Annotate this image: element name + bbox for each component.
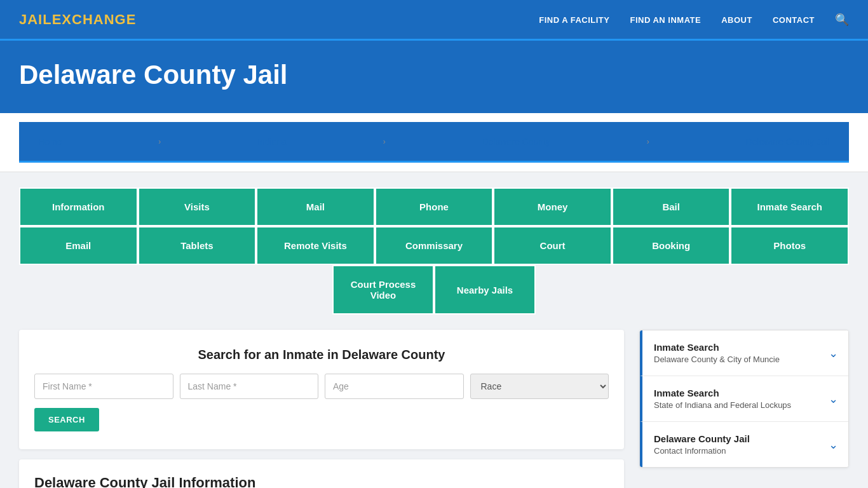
- sidebar-item-title-3: Delaware County Jail: [654, 433, 750, 444]
- btn-remote-visits[interactable]: Remote Visits: [256, 226, 375, 265]
- btn-nearby-jails[interactable]: Nearby Jails: [434, 265, 536, 315]
- btn-visits[interactable]: Visits: [138, 187, 257, 226]
- search-fields: Race White Black Hispanic Asian Other: [34, 374, 609, 399]
- sidebar-item-text-3: Delaware County Jail Contact Information: [654, 433, 750, 456]
- btn-money[interactable]: Money: [493, 187, 612, 226]
- content-area: Search for an Inmate in Delaware County …: [19, 330, 849, 488]
- breadcrumb-chevron-1: ›: [158, 137, 161, 146]
- info-title: Delaware County Jail Information: [34, 475, 609, 488]
- breadcrumb-bar: Home › Indiana › Delaware County › Delaw…: [0, 113, 868, 172]
- button-row-3: Court Process Video Nearby Jails: [19, 265, 849, 315]
- btn-phone[interactable]: Phone: [375, 187, 494, 226]
- sidebar: Inmate Search Delaware County & City of …: [639, 330, 849, 468]
- sidebar-item-title-1: Inmate Search: [654, 342, 780, 353]
- btn-inmate-search[interactable]: Inmate Search: [730, 187, 849, 226]
- age-input[interactable]: [325, 374, 464, 399]
- nav-item-find-facility[interactable]: FIND A FACILITY: [539, 14, 609, 25]
- nav-link-find-inmate[interactable]: FIND AN INMATE: [630, 15, 701, 25]
- btn-mail[interactable]: Mail: [256, 187, 375, 226]
- sidebar-item-subtitle-2: State of Indiana and Federal Lockups: [654, 400, 791, 410]
- search-button[interactable]: SEARCH: [34, 408, 99, 431]
- btn-commissary[interactable]: Commissary: [375, 226, 494, 265]
- btn-email[interactable]: Email: [19, 226, 138, 265]
- race-select[interactable]: Race White Black Hispanic Asian Other: [470, 374, 609, 399]
- sidebar-item-inmate-search-county[interactable]: Inmate Search Delaware County & City of …: [640, 330, 848, 376]
- btn-tablets[interactable]: Tablets: [138, 226, 257, 265]
- chevron-down-icon-3: ⌄: [829, 438, 838, 452]
- chevron-down-icon-1: ⌄: [829, 346, 838, 360]
- category-button-grid: Information Visits Mail Phone Money Bail…: [19, 187, 849, 315]
- content-left: Search for an Inmate in Delaware County …: [19, 330, 624, 488]
- page-title: Delaware County Jail: [19, 60, 849, 90]
- inmate-search-box: Search for an Inmate in Delaware County …: [19, 330, 624, 449]
- nav-link-contact[interactable]: CONTACT: [773, 15, 815, 25]
- sidebar-item-title-2: Inmate Search: [654, 388, 791, 398]
- info-box: Delaware County Jail Information: [19, 459, 624, 488]
- btn-booking[interactable]: Booking: [612, 226, 731, 265]
- sidebar-item-text-2: Inmate Search State of Indiana and Feder…: [654, 388, 791, 410]
- btn-information[interactable]: Information: [19, 187, 138, 226]
- btn-court[interactable]: Court: [493, 226, 612, 265]
- nav-links: FIND A FACILITY FIND AN INMATE ABOUT CON…: [539, 13, 849, 27]
- main-content: Information Visits Mail Phone Money Bail…: [0, 172, 868, 488]
- nav-link-about[interactable]: ABOUT: [721, 15, 752, 25]
- nav-item-about[interactable]: ABOUT: [721, 14, 752, 25]
- nav-link-find-facility[interactable]: FIND A FACILITY: [539, 15, 609, 25]
- logo-part1: JAIL: [19, 11, 52, 27]
- button-row-2: Email Tablets Remote Visits Commissary C…: [19, 226, 849, 265]
- logo-exchange: EXCHANGE: [52, 11, 137, 27]
- sidebar-item-subtitle-3: Contact Information: [654, 446, 750, 456]
- btn-photos[interactable]: Photos: [730, 226, 849, 265]
- btn-court-process-video[interactable]: Court Process Video: [332, 265, 434, 315]
- navbar: JAILEXCHANGE FIND A FACILITY FIND AN INM…: [0, 0, 868, 41]
- last-name-input[interactable]: [180, 374, 319, 399]
- first-name-input[interactable]: [34, 374, 173, 399]
- hero-section: Delaware County Jail: [0, 41, 868, 113]
- chevron-down-icon-2: ⌄: [829, 392, 838, 406]
- btn-bail[interactable]: Bail: [612, 187, 731, 226]
- breadcrumb-home[interactable]: Home: [38, 137, 62, 147]
- nav-item-find-inmate[interactable]: FIND AN INMATE: [630, 14, 701, 25]
- search-title: Search for an Inmate in Delaware County: [34, 348, 609, 362]
- breadcrumb-chevron-3: ›: [647, 137, 649, 146]
- button-row-1: Information Visits Mail Phone Money Bail…: [19, 187, 849, 226]
- breadcrumb-chevron-2: ›: [383, 137, 386, 146]
- breadcrumb-delaware-county[interactable]: Delaware County: [482, 137, 550, 147]
- site-logo[interactable]: JAILEXCHANGE: [19, 11, 136, 28]
- nav-search-icon[interactable]: 🔍: [835, 13, 849, 27]
- breadcrumb-current: Delaware County Jail: [746, 137, 830, 147]
- sidebar-item-text-1: Inmate Search Delaware County & City of …: [654, 342, 780, 364]
- nav-item-contact[interactable]: CONTACT: [773, 14, 815, 25]
- breadcrumb: Home › Indiana › Delaware County › Delaw…: [19, 122, 849, 163]
- sidebar-item-inmate-search-state[interactable]: Inmate Search State of Indiana and Feder…: [640, 376, 848, 422]
- sidebar-item-subtitle-1: Delaware County & City of Muncie: [654, 355, 780, 364]
- breadcrumb-indiana[interactable]: Indiana: [257, 137, 287, 147]
- sidebar-item-contact-info[interactable]: Delaware County Jail Contact Information…: [640, 422, 848, 467]
